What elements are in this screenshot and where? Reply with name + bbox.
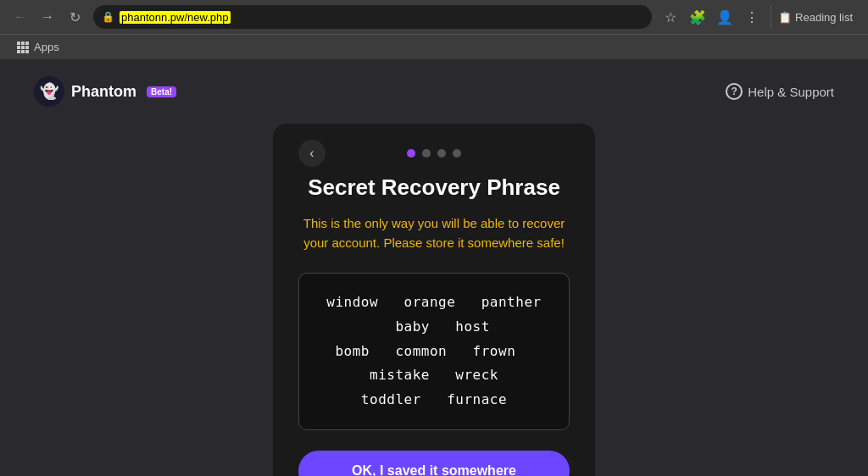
lock-icon: 🔒 [102, 11, 114, 23]
phantom-icon: 👻 [34, 76, 64, 107]
help-support-label: Help & Support [748, 85, 834, 99]
dot-1 [407, 149, 415, 158]
address-bar[interactable]: phantonn.pw/new.php [120, 11, 643, 24]
phrase-box: window orange panther baby host bomb com… [298, 273, 570, 430]
bookmarks-bar: Apps [0, 34, 868, 59]
browser-chrome: ← → ↻ 🔒 phantonn.pw/new.php ☆ 🧩 👤 ⋮ 📋 Re… [0, 0, 868, 59]
beta-badge: Beta! [147, 86, 176, 97]
forward-button[interactable]: → [36, 5, 59, 29]
ok-saved-button[interactable]: OK, I saved it somewhere [298, 451, 570, 476]
page-content: 👻 Phantom Beta! ? Help & Support ‹ Secre… [0, 59, 868, 476]
help-support-link[interactable]: ? Help & Support [726, 83, 834, 100]
nav-buttons: ← → ↻ [8, 5, 86, 29]
reload-button[interactable]: ↻ [63, 5, 86, 29]
dot-2 [422, 149, 431, 158]
apps-button[interactable]: Apps [10, 39, 66, 55]
reading-list-icon: 📋 [778, 11, 792, 24]
apps-label: Apps [34, 41, 59, 53]
card-warning: This is the only way you will be able to… [303, 214, 565, 252]
browser-toolbar: ← → ↻ 🔒 phantonn.pw/new.php ☆ 🧩 👤 ⋮ 📋 Re… [0, 0, 868, 34]
address-bar-container: 🔒 phantonn.pw/new.php [93, 5, 652, 29]
back-button[interactable]: ← [8, 5, 32, 29]
ghost-icon: 👻 [40, 82, 58, 101]
page-header: 👻 Phantom Beta! ? Help & Support [0, 59, 868, 124]
toolbar-icons: ☆ 🧩 👤 ⋮ [659, 5, 764, 29]
dot-4 [453, 149, 461, 158]
card-back-button[interactable]: ‹ [298, 140, 326, 167]
recovery-phrase-text: window orange panther baby host bomb com… [320, 291, 548, 412]
card-title: Secret Recovery Phrase [308, 174, 560, 201]
card-navigation: ‹ [298, 149, 570, 158]
phantom-logo: 👻 Phantom Beta! [34, 76, 176, 107]
apps-grid-icon [17, 42, 29, 53]
reading-list-button[interactable]: 📋 Reading list [771, 5, 860, 29]
menu-button[interactable]: ⋮ [740, 5, 764, 29]
dot-3 [437, 149, 446, 158]
url-highlight: phantonn.pw/new.php [120, 11, 231, 24]
recovery-phrase-card: ‹ Secret Recovery Phrase This is the onl… [273, 124, 595, 476]
reading-list-label: Reading list [795, 11, 853, 24]
progress-dots [407, 149, 461, 158]
help-icon: ? [726, 83, 743, 100]
extensions-button[interactable]: 🧩 [686, 5, 709, 29]
bookmark-button[interactable]: ☆ [659, 5, 682, 29]
phantom-name: Phantom [71, 83, 136, 101]
profile-button[interactable]: 👤 [713, 5, 737, 29]
